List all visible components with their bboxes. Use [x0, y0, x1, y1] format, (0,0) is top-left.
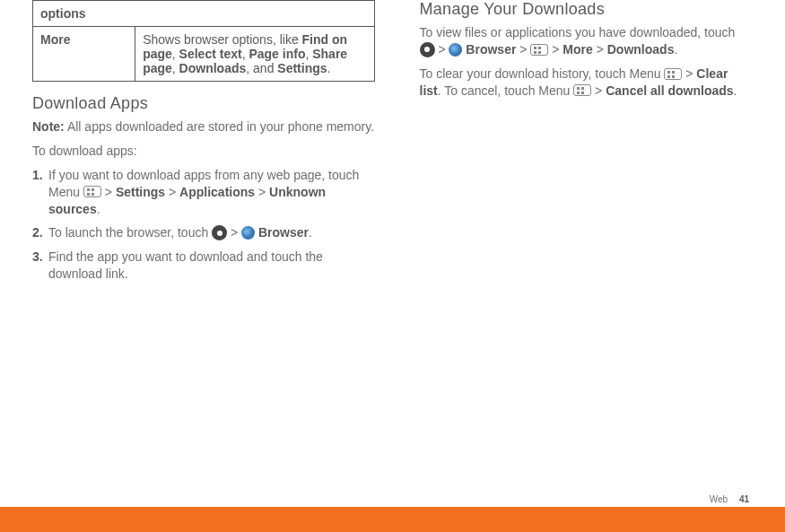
- footer-bar: Web 41: [0, 507, 785, 532]
- to-download-label: To download apps:: [32, 143, 375, 160]
- home-icon: [212, 225, 227, 240]
- p1-more: More: [563, 42, 592, 57]
- note-label: Note:: [32, 119, 65, 134]
- options-desc-pre: Shows browser options, like: [143, 32, 301, 47]
- manage-clear-paragraph: To clear your download history, touch Me…: [420, 65, 754, 100]
- step1-settings: Settings: [116, 185, 165, 199]
- footer-label: Web 41: [710, 494, 749, 504]
- heading-download-apps: Download Apps: [32, 94, 375, 113]
- manage-view-paragraph: To view files or applications you have d…: [420, 24, 754, 58]
- note-paragraph: Note: All apps downloaded are stored in …: [32, 118, 375, 135]
- menu-icon: [83, 186, 101, 197]
- options-header: options: [33, 1, 375, 27]
- footer-page-number: 41: [739, 494, 749, 504]
- step-1: 1. If you want to download apps from any…: [32, 167, 375, 218]
- options-row-label: More: [33, 27, 135, 82]
- step1-applications: Applications: [179, 185, 255, 199]
- heading-manage-downloads: Manage Your Downloads: [420, 0, 754, 19]
- step3-text: Find the app you want to download and to…: [48, 249, 323, 281]
- step-3-number: 3.: [32, 249, 43, 266]
- home-icon: [420, 42, 435, 57]
- step2-browser: Browser: [258, 225, 309, 240]
- note-text: All apps downloaded are stored in your p…: [65, 119, 374, 134]
- footer-section: Web: [710, 494, 728, 504]
- opt-settings: Settings: [277, 61, 327, 75]
- menu-icon: [664, 68, 682, 80]
- p1-browser: Browser: [466, 42, 516, 57]
- options-table: options More Shows browser options, like…: [32, 0, 375, 82]
- menu-icon: [530, 44, 548, 56]
- options-row-desc: Shows browser options, like Find on page…: [135, 27, 374, 82]
- p2-cancel-all: Cancel all downloads: [606, 83, 733, 98]
- step-2: 2. To launch the browser, touch > Browse…: [32, 224, 375, 241]
- step-2-number: 2.: [32, 224, 43, 241]
- browser-icon: [449, 43, 462, 57]
- step-1-number: 1.: [32, 167, 43, 184]
- download-steps: 1. If you want to download apps from any…: [32, 167, 375, 283]
- opt-downloads: Downloads: [179, 61, 247, 75]
- p1-downloads: Downloads: [607, 42, 675, 57]
- browser-icon: [241, 226, 255, 240]
- opt-page-info: Page info: [249, 47, 305, 61]
- step-3: 3. Find the app you want to download and…: [32, 249, 375, 283]
- menu-icon: [573, 84, 591, 96]
- opt-select-text: Select text: [179, 47, 242, 61]
